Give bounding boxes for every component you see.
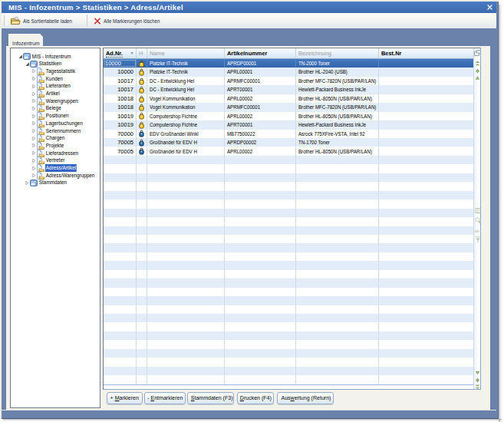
table-empty-row[interactable] [104,305,473,314]
scroll-top-icon[interactable] [474,61,481,66]
tree-item-lagerbuchungen[interactable]: Lagerbuchungen [31,120,90,127]
tree-item-seriennummern[interactable]: Seriennummern [31,127,87,135]
load-sort-table-button[interactable]: Als Sortiertabelle laden [10,13,82,28]
table-empty-row[interactable] [104,296,473,305]
filter-icon[interactable] [474,236,481,243]
table-empty-row[interactable] [104,156,473,164]
table-row[interactable]: 10018Vogel KommunikationAPRMFC00001Broth… [104,103,473,111]
table-empty-row[interactable] [104,252,473,261]
evaluate-button[interactable]: Auswertung (Return) [277,392,334,404]
tree-collapsed-arrow-icon[interactable] [31,128,37,134]
table-row[interactable]: 10019Computershop FichtneAPRT00001Hewlet… [104,120,473,129]
column-header-artnr[interactable]: Artikelnummer [225,48,296,58]
table-empty-row[interactable] [104,331,473,340]
tree-expanded-arrow-icon[interactable] [18,54,23,59]
table-properties-icon[interactable] [474,50,481,57]
tree-collapsed-arrow-icon[interactable] [31,143,37,148]
columns-icon[interactable] [474,208,481,213]
table-empty-row[interactable] [104,261,473,269]
table-empty-row[interactable] [104,209,473,217]
table-empty-row[interactable] [104,358,473,366]
tab-infozentrum[interactable]: Infozentrum [8,34,44,47]
column-header-bestnr[interactable]: Best.Nr [379,48,473,58]
tree-expanded-arrow-icon[interactable] [25,61,30,67]
table-empty-row[interactable] [104,217,473,226]
tree-collapsed-arrow-icon[interactable] [31,84,37,89]
table-row[interactable]: 10000Platzke IT-TechnikAPRL00001Brother … [104,68,473,76]
tree-item-projekte[interactable]: Projekte [31,142,68,150]
tree-item-belege[interactable]: Belege [31,104,64,112]
table-empty-row[interactable] [104,270,473,279]
toolbar-gripper[interactable] [4,15,7,25]
mark-button[interactable]: + Markieren [107,392,143,404]
table-empty-row[interactable] [104,375,473,384]
tree-item-chargen[interactable]: Chargen [31,134,69,142]
close-button[interactable] [485,2,494,12]
table-empty-row[interactable] [104,323,473,331]
tree-collapsed-arrow-icon[interactable] [31,150,37,156]
tree-item-statistiken[interactable]: Statistiken [25,60,67,68]
table-empty-row[interactable] [104,243,473,252]
column-header-bez[interactable]: Bezeichnung [296,48,379,58]
tree-collapsed-arrow-icon[interactable] [31,173,37,178]
print-button[interactable]: Drucken (F4) [237,392,274,404]
table-empty-row[interactable] [104,235,473,243]
tree-item-kunden[interactable]: Kunden [31,75,67,83]
table-row[interactable]: 10017DC - Entwicklung HeiAPRT00001Hewlet… [104,85,473,94]
table-empty-row[interactable] [104,173,473,182]
table-empty-row[interactable] [104,226,473,235]
table-row[interactable]: 10019Computershop FichtneAPRL00002Brothe… [104,112,473,120]
tree-item-lieferadressen[interactable]: Lieferadressen [31,150,85,157]
table-empty-row[interactable] [104,164,473,173]
column-header-h[interactable]: H [137,48,147,58]
scroll-page-up-icon[interactable] [474,68,481,74]
tree-item-warengruppen[interactable]: Warengruppen [31,97,84,105]
table-empty-row[interactable] [104,367,473,375]
column-header-adnr[interactable]: Ad.Nr. [104,48,137,58]
table-empty-row[interactable] [104,279,473,287]
table-empty-row[interactable] [104,340,473,348]
table-empty-row[interactable] [104,191,473,199]
tree-collapsed-arrow-icon[interactable] [31,120,37,126]
tree-item-mis-infozentrum[interactable]: MIS - Infozentrum [18,53,79,61]
scroll-down-icon[interactable] [474,371,481,375]
tree-item-tagesstatistik[interactable]: Tagesstatistik [31,68,81,75]
tree-item-artikel[interactable]: Artikel [31,90,63,97]
ab-icon[interactable]: ab [474,228,481,233]
unmark-button[interactable]: - Entmarkieren [144,392,186,404]
stammdaten-button[interactable]: Stammdaten (F3) [187,392,234,404]
tree-collapsed-arrow-icon[interactable] [31,76,37,81]
tree-item-lieferanten[interactable]: Lieferanten [31,82,76,90]
tree-item-vertreter[interactable]: Vertreter [31,157,69,164]
table-row[interactable]: 10017DC - Entwicklung HeiAPRMFC00001Brot… [104,77,473,85]
table-row[interactable]: 70005Großhandel für EDV HAPRDP00002TN-17… [104,138,473,147]
scroll-up-icon[interactable] [474,75,481,81]
table-row[interactable]: 70005Großhandel für EDV HAPRL00002Brothe… [104,147,473,156]
column-header-name[interactable]: Name [147,48,225,58]
scroll-page-down-icon[interactable] [474,377,481,383]
tree-collapsed-arrow-icon[interactable] [25,180,30,186]
tree-collapsed-arrow-icon[interactable] [31,166,37,171]
tree-collapsed-arrow-icon[interactable] [31,158,37,163]
table-row[interactable]: 10018Vogel KommunikationAPRL00002Brother… [104,94,473,103]
table-row[interactable]: 10000Platzke IT-TechnikAPRDP00001TN-2000… [104,59,473,68]
tree-item-positionen[interactable]: Positionen [31,112,74,120]
table-empty-row[interactable] [104,199,473,208]
table-empty-row[interactable] [104,349,473,358]
tree-collapsed-arrow-icon[interactable] [31,68,37,74]
table-row[interactable]: 70000EDV Großhandel WinklMB77500022Asroc… [104,130,473,138]
tree-collapsed-arrow-icon[interactable] [31,114,37,119]
tree-collapsed-arrow-icon[interactable] [31,136,37,141]
tree-collapsed-arrow-icon[interactable] [31,91,37,97]
table-empty-row[interactable] [104,314,473,322]
tree-collapsed-arrow-icon[interactable] [31,98,37,104]
table-empty-row[interactable] [104,182,473,190]
table-empty-row[interactable] [104,288,473,296]
tree-item-stammdaten[interactable]: Stammdaten [25,179,73,186]
tree-collapsed-arrow-icon[interactable] [31,106,37,111]
tree-item-adress-artikel[interactable]: Adress/Artikel [31,164,82,172]
search-icon[interactable] [474,217,481,224]
clear-marks-button[interactable]: Alle Markierungen löschen [94,13,171,28]
scroll-bottom-icon[interactable] [474,384,481,390]
tree-item-adress-warengruppen[interactable]: Adress/Warengruppen [31,172,100,180]
